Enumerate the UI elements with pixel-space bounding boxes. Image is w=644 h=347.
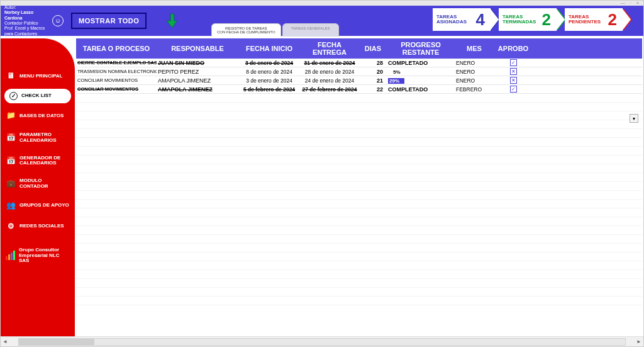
table-row[interactable]: CONCILIAR MOVIMIENTOSAMAPOLA JIMENEZ3 de… [76,76,642,85]
author-name: Norbey Lasso Cardona [4,10,50,21]
window-controls[interactable]: — · × [621,1,641,5]
titlebar: — · × [1,1,643,6]
sidebar-label: GRUPOS DE APOYO [19,203,69,208]
sidebar-label: BASES DE DATOS [19,113,64,119]
chevron-icon [556,8,565,31]
check-circle-icon: ✓ [9,92,18,100]
arrow-down-icon[interactable] [165,13,179,29]
sidebar-item-6[interactable]: 👥GRUPOS DE APOYO [1,198,75,214]
main-content: TAREA O PROCESO RESPONSABLE FECHA INICIO… [75,36,643,336]
table-row[interactable]: TRASMISION NOMINA ELECTRONICA DICIEMBREP… [76,67,642,76]
menu-icon: ⚙ [6,222,16,231]
show-all-button[interactable]: MOSTRAR TODO [71,13,147,29]
ribbon: Autor: Norbey Lasso Cardona Contador Púb… [1,6,643,36]
menu-icon: 💼 [6,179,16,188]
sidebar-label: Grupo Consultor Empresarial NLC SAS [19,247,70,264]
sidebar-label: GENERADOR DE CALENDARIOS [19,156,70,167]
col-fecha-entrega[interactable]: FECHA ENTREGA [300,38,359,59]
col-dias[interactable]: DIAS [359,38,387,59]
menu-icon: 📅 [6,134,16,142]
empty-grid[interactable] [76,94,642,308]
scroll-track[interactable] [18,338,626,346]
author-label: Autor: [4,5,50,10]
col-tarea[interactable]: TAREA O PROCESO [76,38,157,59]
col-progreso[interactable]: PROGRESO RESTANTE [387,38,455,59]
scroll-right-icon[interactable]: ► [635,338,643,346]
tab-strip: REGISTRO DE TAREAS CON FECHA DE CUMPLIMI… [211,23,340,37]
x-icon[interactable]: ✕ [510,68,517,75]
scroll-left-icon[interactable]: ◄ [1,338,9,346]
sidebar-item-4[interactable]: 📅GENERADOR DE CALENDARIOS [1,152,75,171]
sidebar-item-0[interactable]: 🖥MENU PRINCIPAL [1,68,75,84]
sidebar: 🖥MENU PRINCIPAL✓CHECK LIST📁BASES DE DATO… [1,38,75,336]
sidebar-item-5[interactable]: 💼MODULO CONTADOR [1,174,75,193]
check-icon[interactable]: ✓ [510,59,517,66]
chevron-icon [490,8,499,31]
check-icon[interactable]: ✓ [510,86,517,93]
sidebar-label: MENU PRINCIPAL [19,74,62,79]
table-row[interactable]: CIERRE CONTABLE EJEMPLO SASJUAN SIN MIED… [76,59,642,67]
table-body: CIERRE CONTABLE EJEMPLO SASJUAN SIN MIED… [76,59,642,94]
scroll-thumb[interactable] [19,339,94,345]
col-mes[interactable]: MES [455,38,494,59]
author-box: Autor: Norbey Lasso Cardona Contador Púb… [1,3,67,39]
sidebar-item-2[interactable]: 📁BASES DE DATOS [1,108,75,124]
chevron-icon [622,8,631,31]
sidebar-item-1[interactable]: ✓CHECK LIST [4,89,71,103]
counter-pending: TAREAS PENDIENTES 2 [565,8,623,31]
counter-assigned: TAREAS ASIGNADAS 4 [433,8,491,31]
table-header: TAREA O PROCESO RESPONSABLE FECHA INICIO… [76,38,642,59]
sidebar-label: MODULO CONTADOR [19,178,70,190]
menu-icon: 📅 [6,156,16,165]
col-responsable[interactable]: RESPONSABLE [157,38,238,59]
sidebar-label: REDES SOCIALES [19,224,64,229]
col-aprobo[interactable]: APROBO [494,38,533,59]
author-role: Contador Público [4,21,50,26]
avatar-icon: ☺ [52,15,64,26]
author-sub: Prof. Excel y Macros para Contadores [4,26,50,37]
menu-icon: 📁 [6,111,16,120]
menu-icon: 🖥 [6,72,16,81]
sidebar-item-8[interactable]: Grupo Consultor Empresarial NLC SAS [1,244,75,268]
x-icon[interactable]: ✕ [510,77,517,84]
menu-icon: 👥 [6,202,16,210]
col-fecha-inicio[interactable]: FECHA INICIO [238,38,300,59]
horizontal-scrollbar[interactable]: ◄ ► [1,336,643,346]
dropdown-button[interactable]: ▾ [630,114,638,123]
sidebar-label: PARAMETRO CALENDARIOS [19,132,70,144]
sidebar-label: CHECK LIST [21,93,52,99]
tab-registro[interactable]: REGISTRO DE TAREAS CON FECHA DE CUMPLIMI… [211,23,281,37]
sidebar-item-3[interactable]: 📅PARAMETRO CALENDARIOS [1,128,75,147]
sidebar-item-7[interactable]: ⚙REDES SOCIALES [1,219,75,235]
app-window: — · × Autor: Norbey Lasso Cardona Contad… [0,0,644,347]
tab-generales[interactable]: TAREAS GENERALES [282,23,339,37]
counters: TAREAS ASIGNADAS 4 TAREAS TERMINADAS 2 T… [433,8,631,31]
table-row[interactable]: CONCILIAR MOVIMIENTOSAMAPOLA JIMENEZ5 de… [76,85,642,94]
counter-done: TAREAS TERMINADAS 2 [499,8,557,31]
